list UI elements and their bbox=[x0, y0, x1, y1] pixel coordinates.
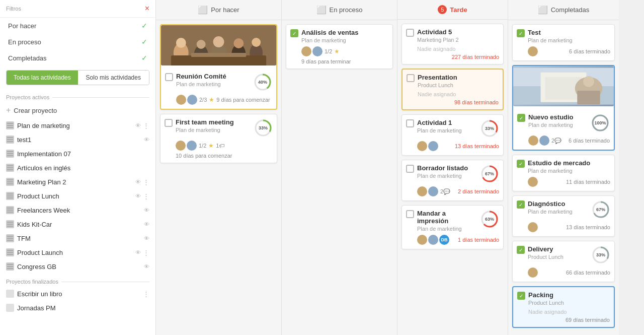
avatar bbox=[528, 46, 538, 56]
avatar-group bbox=[417, 186, 438, 196]
sidebar-project-item[interactable]: Implementation 07 bbox=[0, 147, 155, 161]
card-footer: 66 días terminado bbox=[528, 267, 610, 278]
card-test[interactable]: ✓ Test Plan de marketing 6 días terminad… bbox=[512, 24, 615, 61]
card-actividad5[interactable]: Actividad 5 Marketing Plan 2 Nadie asign… bbox=[401, 24, 504, 64]
sidebar-project-item[interactable]: Product Launch👁⋮ bbox=[0, 245, 155, 259]
card-checkbox[interactable] bbox=[406, 165, 414, 173]
sidebar-project-item[interactable]: TFM👁 bbox=[0, 231, 155, 245]
card-checkbox[interactable] bbox=[407, 74, 415, 82]
active-projects-header: Proyectos activos bbox=[0, 89, 155, 102]
sidebar-project-item[interactable]: Product Lunch👁⋮ bbox=[0, 189, 155, 203]
card-checkbox-analisis[interactable]: ✓ bbox=[290, 29, 298, 37]
filter-por-hacer[interactable]: Por hacer ✓ bbox=[0, 18, 155, 34]
card-borrador[interactable]: Borrador listado Plan de marketing 67% bbox=[401, 160, 504, 201]
filter-completadas[interactable]: Completadas ✓ bbox=[0, 50, 155, 66]
eye-icon[interactable]: 👁 bbox=[135, 179, 141, 185]
sidebar-finalized-item[interactable]: Jornadas PM bbox=[0, 301, 155, 315]
more-dots-icon[interactable]: ⋮ bbox=[143, 178, 149, 186]
card-checkbox[interactable]: ✓ bbox=[517, 292, 525, 300]
filter-label: Por hacer bbox=[8, 22, 36, 30]
sidebar-finalized-item[interactable]: Escribir un libro⋮ bbox=[0, 287, 155, 301]
avatar-group bbox=[176, 95, 197, 105]
card-packing[interactable]: ✓ Packing Product Lunch Nadie asignado 6… bbox=[512, 286, 615, 328]
card-subtitle: Plan de marketing bbox=[417, 173, 468, 179]
card-checkbox[interactable] bbox=[406, 29, 414, 37]
more-dots-icon[interactable]: ⋮ bbox=[143, 249, 149, 256]
card-top: ✓ Estudio de mercado Plan de marketing bbox=[517, 159, 610, 174]
more-dots-icon[interactable]: ⋮ bbox=[143, 122, 149, 129]
late-badge: 5 bbox=[438, 5, 447, 14]
avatar-group bbox=[301, 46, 323, 56]
card-checkbox[interactable] bbox=[406, 210, 414, 218]
card-diagnostico[interactable]: ✓ Diagnóstico Plan de marketing 67% bbox=[512, 195, 615, 237]
more-dots-icon[interactable]: ⋮ bbox=[143, 290, 149, 298]
avatar bbox=[417, 186, 427, 196]
svg-rect-27 bbox=[7, 250, 13, 251]
card-reunion[interactable]: Reunión Comité Plan de marketing 40% bbox=[160, 24, 277, 110]
card-presentation[interactable]: Presentation Product Lunch Nadie asignad… bbox=[401, 69, 504, 110]
progress-wrap: 33% bbox=[480, 119, 499, 138]
project-actions: 👁 bbox=[144, 207, 149, 213]
project-actions: 👁 bbox=[144, 263, 149, 270]
sidebar-project-item[interactable]: Plan de marketing👁⋮ bbox=[0, 118, 155, 132]
close-button[interactable]: × bbox=[145, 4, 149, 13]
card-checkbox[interactable]: ✓ bbox=[517, 200, 525, 209]
project-actions: 👁⋮ bbox=[135, 192, 149, 200]
eye-icon[interactable]: 👁 bbox=[135, 122, 141, 128]
star-icon: ★ bbox=[208, 142, 214, 149]
finalized-projects-header: Proyectos finalizados bbox=[0, 274, 155, 287]
more-dots-icon[interactable]: ⋮ bbox=[143, 192, 149, 200]
card-top: Borrador listado Plan de marketing 67% bbox=[406, 164, 499, 183]
card-subtitle: Product Lunch bbox=[528, 254, 564, 260]
card-estudio[interactable]: ✓ Estudio de mercado Plan de marketing 1… bbox=[512, 155, 615, 191]
card-title: Actividad 1 bbox=[417, 119, 462, 126]
sidebar-project-item[interactable]: Freelancers Week👁 bbox=[0, 203, 155, 217]
sidebar-project-item[interactable]: Artículos en inglés bbox=[0, 161, 155, 175]
progress-wrap: 40% bbox=[253, 73, 272, 92]
card-delivery[interactable]: ✓ Delivery Product Lunch 33% bbox=[512, 241, 615, 282]
eye-icon[interactable]: 👁 bbox=[144, 137, 149, 143]
card-analisis[interactable]: ✓ Análisis de ventas Plan de marketing 1… bbox=[286, 24, 393, 69]
card-checkbox-firstteam[interactable] bbox=[165, 119, 173, 127]
column-inprocess: ⬜ En proceso ✓ Análisis de ventas Plan d… bbox=[282, 0, 397, 335]
svg-rect-2 bbox=[7, 127, 13, 128]
days-text: 9 días para comenzar bbox=[216, 97, 270, 103]
card-checkbox[interactable]: ✓ bbox=[517, 160, 525, 168]
todo-cards: Reunión Comité Plan de marketing 40% bbox=[156, 20, 281, 335]
sidebar-project-item[interactable]: Marketing Plan 2👁⋮ bbox=[0, 175, 155, 189]
days-done: 66 días terminado bbox=[566, 270, 610, 276]
completed-cards: ✓ Test Plan de marketing 6 días terminad… bbox=[508, 20, 619, 335]
eye-icon[interactable]: 👁 bbox=[144, 221, 149, 227]
card-checkbox[interactable]: ✓ bbox=[517, 246, 525, 254]
card-title: Actividad 5 bbox=[417, 28, 459, 36]
card-checkbox[interactable]: ✓ bbox=[517, 114, 525, 122]
card-footer: 2/3 ★ 9 días para comenzar bbox=[176, 95, 272, 105]
eye-icon[interactable]: 👁 bbox=[135, 193, 141, 199]
svg-rect-21 bbox=[7, 222, 13, 223]
eye-icon[interactable]: 👁 bbox=[135, 249, 141, 255]
tag-count: 1🏷 bbox=[216, 143, 224, 149]
card-checkbox[interactable]: ✓ bbox=[517, 29, 525, 37]
filter-en-proceso[interactable]: En proceso ✓ bbox=[0, 34, 155, 50]
tab-all-activities[interactable]: Todas las actividades bbox=[7, 71, 78, 85]
card-subtitle: Plan de marketing bbox=[301, 37, 358, 43]
create-project-button[interactable]: + Crear proyecto bbox=[0, 102, 155, 118]
eye-icon[interactable]: 👁 bbox=[144, 263, 149, 270]
card-firstteam[interactable]: First team meeting Plan de marketing 33% bbox=[160, 114, 277, 163]
plus-icon: + bbox=[6, 106, 11, 115]
eye-icon[interactable]: 👁 bbox=[144, 207, 149, 213]
star-icon: ★ bbox=[334, 48, 340, 55]
tab-my-activities[interactable]: Solo mis actividades bbox=[78, 71, 149, 85]
card-checkbox[interactable] bbox=[406, 119, 414, 127]
sidebar-project-item[interactable]: Kids Kit-Car👁 bbox=[0, 217, 155, 231]
card-top: First team meeting Plan de marketing 33% bbox=[165, 118, 273, 138]
card-checkbox-reunion[interactable] bbox=[165, 73, 173, 81]
card-nuevo[interactable]: ✓ Nuevo estudio Plan de marketing bbox=[512, 65, 615, 151]
days-done: 6 días terminado bbox=[569, 138, 610, 144]
card-actividad1[interactable]: Actividad 1 Plan de marketing 33% bbox=[401, 114, 504, 156]
card-mandar[interactable]: Mandar a impresión Plan de marketing 63% bbox=[401, 205, 504, 249]
sidebar-project-item[interactable]: test1👁 bbox=[0, 132, 155, 147]
svg-rect-3 bbox=[7, 137, 13, 138]
sidebar-project-item[interactable]: Congress GB👁 bbox=[0, 259, 155, 274]
eye-icon[interactable]: 👁 bbox=[144, 235, 149, 241]
